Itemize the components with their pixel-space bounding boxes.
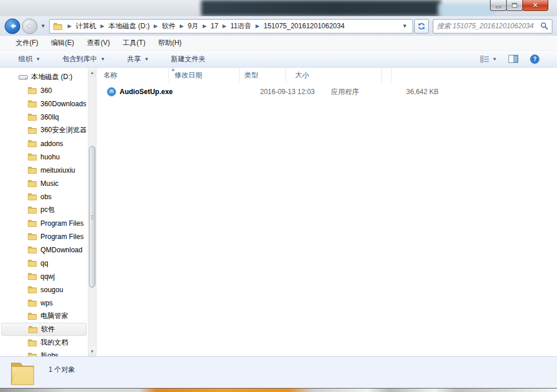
column-header-label: 修改日期 [174,70,202,80]
breadcrumb-separator-icon: ▶ [64,23,76,29]
back-button[interactable] [5,18,20,34]
tree-item-label: obs [40,193,51,201]
tree-item[interactable]: pc包 [0,203,88,216]
item-count: 1 个对象 [49,365,75,375]
maximize-button[interactable] [506,0,523,11]
menu-item-label: 文件(F) [16,39,38,47]
toolbar-button[interactable]: 包含到库中▼ [59,52,109,66]
search-icon[interactable] [540,22,548,30]
sidebar-scrollbar[interactable]: ▲ ▼ [88,68,96,356]
tree-item[interactable]: 我的文档 [0,336,88,349]
folder-icon [28,100,37,107]
help-button[interactable]: ? [530,54,540,64]
tree-item-label: 我的文档 [40,338,68,348]
tree-item[interactable]: 电脑管家 [0,309,88,323]
tree-item[interactable]: meituxiuxiu [0,163,88,177]
folder-icon [28,259,37,267]
toolbar-button-label: 组织 [18,54,32,64]
column-header[interactable]: 类型 [240,68,286,83]
address-bar[interactable]: ▶计算机 ▶本地磁盘 (D:) ▶软件 ▶9月 ▶17 ▶11语音 ▶15107… [49,19,413,33]
toolbar-button-label: 新建文件夹 [171,54,206,64]
tree-item[interactable]: wps [0,296,88,309]
menu-item[interactable]: 编辑(E) [46,36,79,50]
breadcrumb-segment[interactable]: ▶17 [199,22,218,30]
breadcrumb-separator-icon: ▶ [251,23,263,29]
details-pane: 1 个对象 [0,356,557,388]
search-input[interactable] [437,22,540,30]
tree-item[interactable]: Program Files [0,230,88,243]
tree-item-label: 360llq [40,113,59,121]
sort-ascending-icon: ▲ [170,66,176,72]
back-arrow-icon [9,22,17,30]
recent-pages-dropdown[interactable]: ▼ [40,23,46,29]
breadcrumb-segment[interactable]: ▶9月 [176,21,199,31]
menu-item[interactable]: 文件(F) [10,36,43,50]
scroll-down-icon[interactable]: ▼ [88,346,96,356]
menu-item[interactable]: 查看(V) [81,36,115,50]
breadcrumb-label: 11语音 [231,21,251,31]
toolbar-button[interactable]: 共享▼ [124,52,153,66]
menu-item[interactable]: 工具(T) [117,36,150,50]
file-date: 2016-09-13 12:03 [253,88,325,96]
minimize-button[interactable] [490,0,507,11]
menu-item[interactable]: 帮助(H) [153,36,187,50]
file-row[interactable]: AudioSetUp.exe 2016-09-13 12:03 应用程序 36,… [96,85,557,99]
exe-file-icon [107,87,116,96]
toolbar-button[interactable]: 组织▼ [15,52,44,66]
breadcrumb-segment[interactable]: ▶本地磁盘 (D:) [96,21,150,31]
breadcrumb-segment[interactable]: ▶151075_20161201062034 [251,22,344,30]
scroll-up-icon[interactable]: ▲ [88,68,96,77]
folder-large-icon [9,361,36,385]
tree-item[interactable]: 360llq [0,110,88,124]
address-history-dropdown[interactable]: ▼ [399,23,410,29]
refresh-button[interactable] [414,19,429,33]
breadcrumb-segment[interactable]: ▶11语音 [218,21,251,31]
scrollbar-thumb[interactable] [89,146,95,288]
tree-item[interactable]: 360 [0,84,88,97]
close-button[interactable]: ✕ [522,0,548,11]
command-bar-left: 组织▼ 包含到库中▼ 共享▼ 新建文件夹▼ [15,52,209,66]
folder-icon [28,153,37,160]
tree-item[interactable]: Program Files [0,216,88,230]
drive-icon [18,74,28,80]
folder-icon [28,166,37,174]
tree-item[interactable]: Music [0,177,88,190]
column-header[interactable] [382,68,392,83]
chevron-down-icon: ▼ [101,57,105,62]
tree-item[interactable]: addons [0,137,88,150]
tree-item[interactable]: 360Downloads [0,97,88,110]
toolbar-button-label: 共享 [127,54,141,64]
tree-item[interactable]: qq [0,256,88,270]
breadcrumb-segment[interactable]: ▶软件 [150,21,176,31]
tree-item[interactable]: qqwj [0,270,88,283]
tree-item[interactable]: QMDownload [0,243,88,256]
menu-item-label: 帮助(H) [158,39,182,47]
chevron-down-icon: ▼ [144,57,149,62]
folder-icon [28,206,37,214]
breadcrumb-separator-icon: ▶ [96,23,109,29]
folder-icon [28,339,37,346]
breadcrumb-segment[interactable]: ▶计算机 [64,21,96,31]
file-type: 应用程序 [325,87,396,97]
tree-item[interactable]: obs [0,190,88,203]
column-header[interactable]: 大小 [286,68,382,83]
breadcrumb-separator-icon: ▶ [199,23,211,29]
column-header[interactable]: 修改日期 [169,68,240,83]
tree-item-label: Music [40,180,58,188]
tree-item-label: meituxiuxiu [40,166,75,174]
column-header[interactable]: 名称 [96,68,169,83]
toolbar-button[interactable]: 新建文件夹▼ [168,52,209,66]
tree-item[interactable]: 新obs [0,349,88,356]
tree-item[interactable]: 360安全浏览器 [0,124,88,137]
forward-button[interactable] [22,18,38,34]
glass-reflection-2 [438,3,496,16]
menu-bar: 文件(F) 编辑(E) 查看(V) 工具(T) 帮助(H) [0,36,557,51]
tree-item[interactable]: sougou [0,283,88,296]
tree-item[interactable]: 本地磁盘 (D:) [0,70,88,84]
tree-item[interactable]: 软件 [1,323,87,336]
preview-pane-button[interactable] [508,55,518,63]
tree-item[interactable]: huohu [0,150,88,163]
command-bar: 组织▼ 包含到库中▼ 共享▼ 新建文件夹▼ ▼ [0,51,557,68]
change-view-button[interactable]: ▼ [480,55,497,63]
breadcrumb-label: 计算机 [76,21,96,31]
